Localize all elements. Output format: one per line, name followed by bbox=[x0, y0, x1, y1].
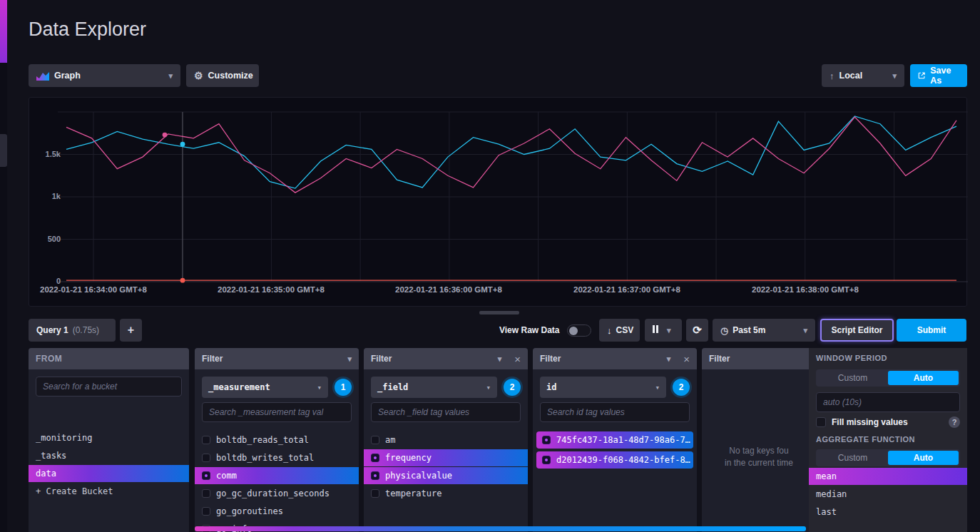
chevron-down-icon: ▾ bbox=[667, 354, 671, 364]
tag-value-item[interactable]: boltdb_reads_total bbox=[195, 431, 359, 449]
time-range-dropdown[interactable]: ◷ Past 5m ▾ bbox=[713, 319, 815, 342]
selected-count-badge: 1 bbox=[335, 379, 352, 396]
empty-filter-message: No tag keys fou in the current time bbox=[709, 445, 809, 469]
filter-panel-header[interactable]: Filter ▾ × bbox=[364, 348, 528, 369]
add-query-button[interactable]: + bbox=[120, 319, 142, 342]
window-auto-option[interactable]: Auto bbox=[888, 371, 959, 385]
tag-value-list: boltdb_reads_total boltdb_writes_total c… bbox=[195, 431, 359, 532]
function-item[interactable]: last bbox=[809, 503, 967, 521]
filter-panel-measurement: Filter ▾ _measurement ▾ 1 boltdb_reads_t… bbox=[195, 348, 359, 532]
save-as-button[interactable]: Save As bbox=[910, 64, 967, 87]
checkbox[interactable] bbox=[202, 507, 210, 516]
fill-missing-checkbox[interactable] bbox=[816, 417, 826, 427]
nav-rail bbox=[0, 0, 7, 532]
tag-value-search-input[interactable] bbox=[371, 402, 521, 422]
view-raw-data-label: View Raw Data bbox=[499, 325, 559, 335]
function-item[interactable]: median bbox=[809, 486, 967, 503]
tag-value-item[interactable]: boltdb_writes_total bbox=[195, 449, 359, 466]
help-icon[interactable]: ? bbox=[949, 416, 960, 428]
checkbox[interactable] bbox=[371, 471, 379, 480]
tag-value-item-selected[interactable]: physicalvalue bbox=[364, 467, 528, 484]
checkbox[interactable] bbox=[371, 489, 379, 498]
nav-rail-tab[interactable] bbox=[0, 134, 7, 167]
data-explorer-app: Data Explorer Graph ▾ ⚙ Customize ↑ Loca… bbox=[0, 0, 980, 532]
checkbox[interactable] bbox=[542, 436, 551, 444]
selected-count-badge: 2 bbox=[504, 379, 521, 396]
window-period-input[interactable] bbox=[816, 392, 960, 412]
download-csv-button[interactable]: ↓ CSV bbox=[599, 319, 640, 342]
pause-icon bbox=[653, 325, 660, 335]
tag-value-item-selected[interactable]: comm bbox=[195, 467, 359, 484]
view-raw-data-toggle[interactable] bbox=[567, 324, 591, 337]
query-tab[interactable]: Query 1 (0.75s) bbox=[29, 319, 116, 342]
script-editor-label: Script Editor bbox=[831, 325, 882, 335]
checkbox[interactable] bbox=[202, 471, 210, 480]
submit-button[interactable]: Submit bbox=[897, 319, 966, 342]
aggregate-custom-option[interactable]: Custom bbox=[817, 451, 888, 465]
from-panel-header[interactable]: FROM bbox=[29, 348, 189, 369]
nav-logo-accent[interactable] bbox=[0, 0, 7, 63]
tag-value-search-input[interactable] bbox=[202, 402, 352, 422]
aggregate-toggle: Custom Auto bbox=[816, 449, 960, 466]
customize-label: Customize bbox=[208, 71, 253, 81]
filter-panel-id: Filter ▾ × id ▾ 2 745fc437-18a1-48d7-98a… bbox=[533, 348, 697, 532]
tag-key-dropdown[interactable]: _field ▾ bbox=[371, 377, 497, 398]
chart-scrollbar-thumb[interactable] bbox=[479, 311, 519, 314]
tag-value-item-selected[interactable]: frequency bbox=[364, 449, 528, 466]
window-custom-option[interactable]: Custom bbox=[817, 371, 888, 385]
tag-value-item[interactable]: am bbox=[364, 431, 528, 449]
refresh-button[interactable]: ⟳ bbox=[686, 319, 708, 342]
bucket-item[interactable]: _monitoring bbox=[29, 429, 189, 446]
checkbox[interactable] bbox=[202, 436, 210, 444]
checkbox[interactable] bbox=[371, 436, 379, 444]
bucket-item-selected[interactable]: data bbox=[29, 465, 189, 482]
from-panel-body bbox=[29, 369, 189, 397]
close-icon[interactable]: × bbox=[683, 353, 690, 365]
tag-value-item[interactable]: go_goroutines bbox=[195, 503, 359, 520]
tag-value-item[interactable]: temperature bbox=[364, 485, 528, 502]
y-tick-label: 1k bbox=[31, 192, 61, 200]
filter-panel-header[interactable]: Filter ▾ × bbox=[533, 348, 697, 369]
bucket-list: _monitoring _tasks data + Create Bucket bbox=[29, 429, 189, 500]
checkbox[interactable] bbox=[202, 489, 210, 498]
csv-label: CSV bbox=[616, 325, 634, 335]
save-as-label: Save As bbox=[930, 66, 959, 86]
tag-value-item[interactable]: go_gc_duration_seconds bbox=[195, 485, 359, 502]
tag-key-label: id bbox=[546, 382, 556, 392]
tag-key-dropdown[interactable]: id ▾ bbox=[540, 377, 666, 398]
close-icon[interactable]: × bbox=[514, 353, 521, 365]
tag-value-item-selected[interactable]: d2012439-f068-4842-bfef-8… bbox=[536, 451, 693, 469]
tag-value-search-input[interactable] bbox=[540, 402, 690, 422]
filter-panel-body: _field ▾ 2 bbox=[364, 369, 528, 422]
fill-missing-row: Fill missing values ? bbox=[816, 416, 960, 428]
bucket-search-input[interactable] bbox=[36, 377, 182, 397]
view-type-dropdown[interactable]: Graph ▾ bbox=[29, 64, 180, 87]
page-title: Data Explorer bbox=[29, 19, 146, 41]
view-type-label: Graph bbox=[54, 71, 81, 81]
bucket-item[interactable]: _tasks bbox=[29, 447, 189, 464]
timeseries-chart[interactable] bbox=[29, 98, 968, 307]
filter-panel-title: Filter bbox=[371, 354, 392, 364]
tag-value-item-selected[interactable]: 745fc437-18a1-48d7-98a6-7… bbox=[536, 431, 693, 449]
pause-dropdown-button[interactable]: ▾ bbox=[645, 319, 682, 342]
clock-icon: ◷ bbox=[720, 325, 728, 336]
checkbox[interactable] bbox=[202, 454, 210, 462]
tag-key-dropdown[interactable]: _measurement ▾ bbox=[202, 377, 328, 398]
x-tick-label: 2022-01-21 16:38:00 GMT+8 bbox=[734, 285, 877, 294]
filter-panel-title: Filter bbox=[540, 354, 561, 364]
function-item-selected[interactable]: mean bbox=[809, 468, 967, 485]
from-panel: FROM _monitoring _tasks data + Create Bu… bbox=[29, 348, 189, 532]
gear-icon: ⚙ bbox=[194, 70, 203, 81]
x-tick-label: 2022-01-21 16:36:00 GMT+8 bbox=[377, 285, 520, 294]
checkbox[interactable] bbox=[542, 456, 551, 464]
save-location-dropdown[interactable]: ↑ Local ▾ bbox=[822, 64, 904, 87]
customize-button[interactable]: ⚙ Customize bbox=[186, 64, 259, 87]
checkbox[interactable] bbox=[371, 454, 379, 462]
script-editor-button[interactable]: Script Editor bbox=[820, 319, 894, 342]
filter-panel-field: Filter ▾ × _field ▾ 2 am frequency physi… bbox=[364, 348, 528, 532]
create-bucket-button[interactable]: + Create Bucket bbox=[29, 483, 189, 500]
aggregate-auto-option[interactable]: Auto bbox=[888, 451, 959, 465]
filter-panel-header[interactable]: Filter ▾ bbox=[195, 348, 359, 369]
horizontal-scrollbar[interactable] bbox=[195, 526, 806, 531]
plus-icon: + bbox=[128, 324, 134, 337]
